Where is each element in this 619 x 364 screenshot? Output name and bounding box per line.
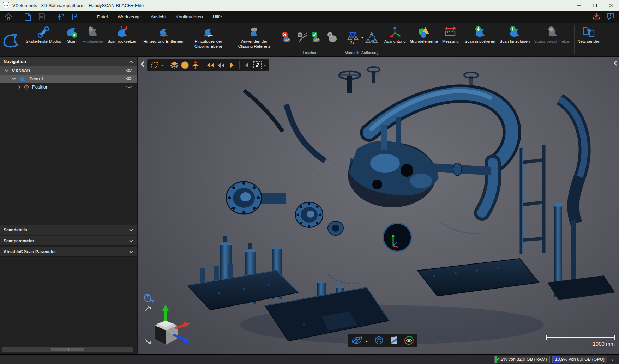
alignment-button[interactable]: Ausrichtung: [382, 23, 408, 56]
resize-grip[interactable]: [611, 357, 615, 362]
scale-bar-mode-button[interactable]: Skalierleiste-Modus: [24, 23, 63, 56]
surface-view-button[interactable]: [389, 336, 398, 346]
add-scan-icon: [508, 26, 521, 39]
maximize-button[interactable]: [587, 0, 603, 11]
auto-resolution-button[interactable]: [364, 30, 379, 46]
scan-surface-icon: [19, 76, 26, 82]
ribbon-toolbar: Skalierleiste-Modus Scan Finalisieren Sc…: [0, 23, 619, 57]
delete-positioning-targets-button[interactable]: [295, 30, 310, 46]
orientation-cube[interactable]: [139, 304, 195, 354]
expand-chevron-icon[interactable]: [5, 69, 9, 72]
tree-item-position[interactable]: Position: [0, 83, 137, 91]
section-scanparameter[interactable]: Scanparameter: [0, 236, 137, 246]
close-button[interactable]: [603, 0, 619, 11]
merge-scans-button[interactable]: Scans verschmelzen: [532, 23, 573, 56]
step-back-button[interactable]: [206, 60, 216, 70]
layers-button[interactable]: [169, 60, 179, 70]
feedback-icon[interactable]: [606, 12, 615, 22]
send-mesh-button[interactable]: Netz senden: [575, 23, 602, 56]
entities-icon: [417, 26, 430, 39]
manual-resolution-group: 2x ▾ Manuelle Auflösung: [343, 23, 380, 56]
import-scan-button[interactable]: Scan importieren: [463, 23, 498, 56]
step-forward-button[interactable]: [227, 60, 237, 70]
section-label: Abschluß Scan Parameter: [4, 249, 56, 254]
zoom-selection-caret[interactable]: ▾: [264, 63, 266, 67]
tree-item-scan1[interactable]: Scan 1: [0, 75, 137, 83]
visibility-eye-icon[interactable]: [126, 76, 132, 81]
collapsed-chevron-icon[interactable]: [18, 85, 21, 89]
visibility-eye-icon[interactable]: [126, 68, 132, 73]
surface-display-mode-button[interactable]: [150, 60, 160, 70]
menu-ansicht[interactable]: Ansicht: [146, 12, 170, 22]
measurement-icon: [444, 26, 457, 39]
resolution-value: 2x: [350, 41, 355, 46]
visibility-closed-eye-icon[interactable]: [126, 84, 132, 90]
zoom-selection-button[interactable]: [253, 60, 263, 70]
expand-chevron-icon: [129, 228, 133, 232]
entities-button[interactable]: Grundelemente: [408, 23, 440, 56]
scan-button[interactable]: Scan: [63, 23, 80, 56]
step-back-disabled-button[interactable]: [216, 60, 226, 70]
delete-facets-button[interactable]: [280, 30, 295, 46]
measurement-button[interactable]: Messung: [440, 23, 461, 56]
expand-chevron-icon: [129, 249, 133, 254]
resolution-button[interactable]: 2x: [344, 30, 360, 46]
3d-viewport[interactable]: ▾: [138, 57, 619, 354]
navigation-panel-header[interactable]: Navigation: [0, 57, 137, 66]
menu-datei[interactable]: Datei: [93, 12, 112, 22]
gpu-usage-meter: 13,9% von 8,0 GB (GPU): [552, 356, 607, 363]
tree-item-label: Scan 1: [29, 76, 43, 81]
expand-right-panel-chevron[interactable]: [613, 60, 617, 67]
mesh-view-caret[interactable]: ▴: [366, 339, 368, 343]
sphere-button[interactable]: [180, 60, 190, 70]
visibility-toggle-button[interactable]: [404, 336, 414, 346]
scale-bar-mode-icon: [37, 26, 50, 39]
position-target-icon: [24, 84, 29, 90]
remove-background-icon: [157, 26, 170, 39]
expand-chevron-icon[interactable]: [12, 78, 16, 80]
delete-group: Löschen: [279, 23, 341, 56]
ram-usage-meter: 4,2% von 32,0 GB (RAM): [494, 356, 550, 363]
delete-selection-disabled-button[interactable]: [325, 30, 339, 46]
section-abschluss-scan-parameter[interactable]: Abschluß Scan Parameter: [0, 247, 137, 257]
tree-item-label: VXscan: [12, 68, 30, 73]
reset-scan-button[interactable]: Scan rücksetzen: [105, 23, 139, 56]
tree-item-label: Position: [32, 84, 48, 90]
download-icon[interactable]: [592, 12, 601, 22]
save-button[interactable]: [36, 12, 46, 22]
redo-button[interactable]: [69, 12, 79, 22]
menu-hilfe[interactable]: Hilfe: [209, 12, 226, 22]
collapse-panel-chevron[interactable]: [140, 61, 145, 69]
scrollbar-handle[interactable]: [51, 348, 84, 351]
menu-items: Datei Werkzeuge Ansicht Konfigurieren Hi…: [93, 12, 226, 22]
finalize-button[interactable]: Finalisieren: [80, 23, 105, 56]
new-session-button[interactable]: [23, 12, 33, 22]
ram-usage-fill: [495, 356, 497, 363]
window-title: VXelements - 3D-Softwareplattform - Hand…: [12, 3, 144, 8]
horizontal-scrollbar[interactable]: [2, 347, 133, 352]
tree-item-vxscan[interactable]: VXscan: [0, 66, 137, 75]
remove-background-button[interactable]: Hintergrund Entfernen: [141, 23, 185, 56]
panel-sections: Scandetails Scanparameter Abschluß Scan …: [0, 225, 137, 257]
svg-text:?: ?: [151, 299, 154, 304]
add-scan-button[interactable]: Scan hinzufügen: [498, 23, 532, 56]
app-icon: VXe: [3, 2, 9, 8]
prev-view-button[interactable]: [242, 60, 252, 70]
apply-clipping-reference-button[interactable]: Anwenden der Clipping Referenz: [231, 23, 277, 56]
home-button[interactable]: [4, 12, 13, 22]
display-mode-caret[interactable]: ▾: [161, 63, 163, 67]
application-window: VXe VXelements - 3D-Softwareplattform - …: [0, 0, 619, 364]
title-bar: VXe VXelements - 3D-Softwareplattform - …: [0, 0, 619, 11]
resolution-dropdown-caret[interactable]: ▾: [361, 36, 363, 40]
mesh-view-button[interactable]: [351, 336, 363, 346]
scale-bar: 1000 mm: [546, 337, 615, 347]
keep-facets-button[interactable]: [310, 30, 325, 46]
add-clipping-plane-button[interactable]: Hinzufügen der Clipping-Ebene: [185, 23, 231, 56]
menu-werkzeuge[interactable]: Werkzeuge: [113, 12, 145, 22]
section-scandetails[interactable]: Scandetails: [0, 225, 137, 235]
minimize-button[interactable]: [570, 0, 587, 11]
bounding-box-button[interactable]: [374, 336, 384, 346]
menu-konfigurieren[interactable]: Konfigurieren: [172, 12, 207, 22]
undo-button[interactable]: [56, 12, 66, 22]
fit-resolution-button[interactable]: [191, 60, 200, 70]
